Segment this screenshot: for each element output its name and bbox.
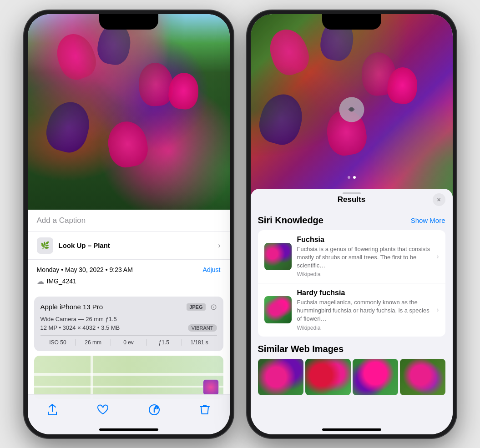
exif-aperture: ƒ1.5 <box>147 339 182 346</box>
hardy-fuchsia-thumbnail <box>264 296 292 323</box>
camera-name: Apple iPhone 13 Pro <box>40 303 103 311</box>
results-title: Results <box>338 195 365 204</box>
right-notch <box>322 14 381 30</box>
left-phone: Add a Caption 🌿 Look Up – Plant › <box>24 10 233 438</box>
show-more-button[interactable]: Show More <box>411 216 445 224</box>
fuchsia-thumbnail <box>264 243 292 270</box>
filename-line: ☁ IMG_4241 <box>28 275 230 292</box>
knowledge-card: Fuchsia Fuchsia is a genus of flowering … <box>258 230 445 337</box>
camera-info-box: Apple iPhone 13 Pro JPEG ⊙ Wide Camera —… <box>34 297 223 351</box>
delete-button[interactable] <box>200 404 210 416</box>
results-header: Results × <box>251 189 453 209</box>
cloud-icon: ☁ <box>37 277 44 286</box>
adjust-button[interactable]: Adjust <box>203 266 221 273</box>
web-images-title: Similar Web Images <box>258 344 445 354</box>
lookup-icon: 🌿 <box>37 237 53 254</box>
fuchsia-source: Wikipedia <box>297 271 431 277</box>
share-button[interactable] <box>47 404 57 416</box>
results-panel: Results × Siri Knowledge Show More <box>251 189 453 434</box>
drag-handle <box>343 192 361 194</box>
right-home-indicator <box>322 428 381 431</box>
hardy-fuchsia-source: Wikipedia <box>297 325 431 331</box>
svg-point-3 <box>350 108 354 111</box>
siri-knowledge-header: Siri Knowledge Show More <box>258 215 445 226</box>
page-dots <box>348 176 356 179</box>
fuchsia-description: Fuchsia is a genus of flowering plants t… <box>297 245 431 270</box>
web-image-1[interactable] <box>258 359 303 395</box>
camera-settings-icon[interactable]: ⊙ <box>210 302 217 312</box>
hardy-fuchsia-chevron-icon: › <box>436 306 439 314</box>
exif-focal: 26 mm <box>76 339 111 346</box>
web-image-4[interactable] <box>400 359 445 395</box>
web-image-3[interactable] <box>353 359 398 395</box>
hardy-fuchsia-name: Hardy fuchsia <box>297 289 431 297</box>
map-area[interactable] <box>34 356 223 399</box>
exif-row: ISO 50 26 mm 0 ev ƒ1.5 1/181 s <box>40 335 217 346</box>
info-button[interactable]: i <box>148 404 160 416</box>
knowledge-item-hardy-fuchsia[interactable]: Hardy fuchsia Fuchsia magellanica, commo… <box>258 283 445 337</box>
siri-knowledge-title: Siri Knowledge <box>258 215 323 226</box>
close-button[interactable]: × <box>433 193 445 206</box>
heart-button[interactable] <box>97 404 109 415</box>
lookup-text: Look Up – Plant <box>59 242 110 249</box>
fuchsia-info: Fuchsia Fuchsia is a genus of flowering … <box>297 236 431 278</box>
format-badge: JPEG <box>187 303 205 311</box>
knowledge-item-fuchsia[interactable]: Fuchsia Fuchsia is a genus of flowering … <box>258 230 445 284</box>
lookup-row[interactable]: 🌿 Look Up – Plant › <box>28 232 230 260</box>
results-content[interactable]: Siri Knowledge Show More Fuchsia Fuchsia… <box>251 209 453 429</box>
web-images-row[interactable] <box>258 359 445 395</box>
exif-ev: 0 ev <box>111 339 147 346</box>
hardy-fuchsia-description: Fuchsia magellanica, commonly known as t… <box>297 298 431 323</box>
exif-shutter: 1/181 s <box>182 339 217 346</box>
web-image-2[interactable] <box>305 359 351 395</box>
fuchsia-name: Fuchsia <box>297 236 431 244</box>
date-row: Monday • May 30, 2022 • 9:23 AM Adjust <box>28 260 230 275</box>
fuchsia-chevron-icon: › <box>436 252 439 261</box>
caption-placeholder: Add a Caption <box>37 216 86 225</box>
filename-text: IMG_4241 <box>47 277 76 285</box>
date-text: Monday • May 30, 2022 • 9:23 AM <box>37 266 133 273</box>
photo-display[interactable] <box>28 14 230 210</box>
wide-camera-text: Wide Camera — 26 mm ƒ1.5 <box>40 316 217 322</box>
visual-lookup-icon[interactable] <box>339 97 364 122</box>
caption-area[interactable]: Add a Caption <box>28 210 230 232</box>
vibrant-badge: VIBRANT <box>188 324 217 332</box>
mp-info: 12 MP • 3024 × 4032 • 3.5 MB <box>40 324 120 331</box>
notch <box>99 14 158 30</box>
right-photo-display[interactable] <box>251 14 453 205</box>
home-indicator <box>99 428 158 431</box>
exif-iso: ISO 50 <box>40 339 76 346</box>
hardy-fuchsia-info: Hardy fuchsia Fuchsia magellanica, commo… <box>297 289 431 331</box>
web-images-section: Similar Web Images <box>258 344 445 395</box>
right-phone: Results × Siri Knowledge Show More <box>247 10 456 438</box>
lookup-chevron-icon: › <box>218 242 220 250</box>
